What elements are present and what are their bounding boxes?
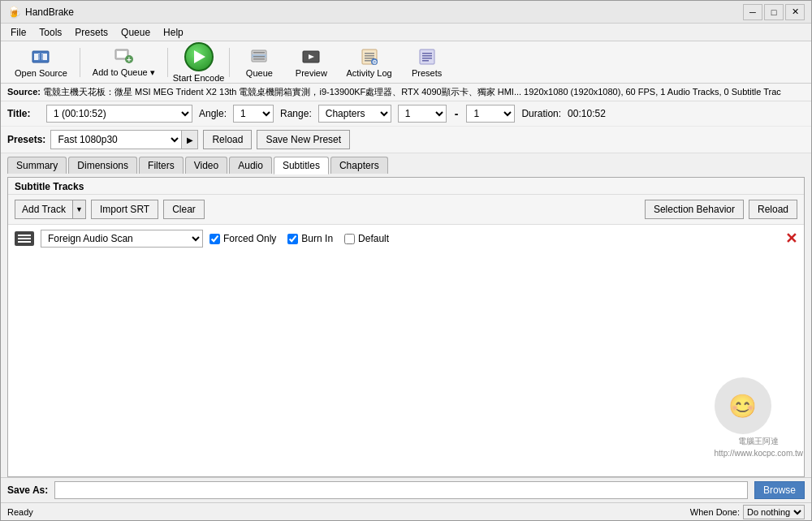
toolbar-separator-1: [80, 48, 80, 77]
tab-subtitles[interactable]: Subtitles: [274, 157, 329, 174]
svg-rect-12: [253, 52, 265, 54]
menu-presets[interactable]: Presets: [68, 25, 114, 40]
presets-label: Presets: [412, 68, 442, 78]
menu-tools[interactable]: Tools: [32, 25, 68, 40]
presets-button[interactable]: Presets: [403, 45, 451, 80]
menu-help[interactable]: Help: [157, 25, 190, 40]
delete-track-button[interactable]: ✕: [785, 231, 797, 246]
tracks-content: Foreign Audio Scan English Spanish Frenc…: [8, 225, 804, 476]
tab-dimensions[interactable]: Dimensions: [68, 157, 137, 174]
import-srt-button[interactable]: Import SRT: [91, 200, 158, 219]
toolbar-separator-2: [167, 48, 168, 77]
menu-file[interactable]: File: [4, 25, 32, 40]
when-done-label: When Done:: [690, 507, 740, 517]
default-label: Default: [358, 233, 389, 244]
browse-button[interactable]: Browse: [754, 481, 805, 499]
svg-rect-28: [422, 60, 429, 62]
svg-rect-13: [253, 56, 265, 58]
status-text: Ready: [7, 507, 33, 517]
play-icon: [194, 50, 205, 63]
presets-select[interactable]: Fast 1080p30: [51, 131, 181, 149]
maximize-button[interactable]: □: [764, 4, 784, 20]
queue-button[interactable]: Queue: [235, 45, 283, 80]
track-source-select[interactable]: Foreign Audio Scan English Spanish Frenc…: [41, 230, 203, 248]
range-type-select[interactable]: Chapters: [318, 105, 391, 123]
tab-audio[interactable]: Audio: [229, 157, 272, 174]
add-track-dropdown-icon[interactable]: ▼: [72, 200, 85, 218]
burn-in-checkbox[interactable]: [287, 234, 298, 244]
selection-behavior-button[interactable]: Selection Behavior: [645, 200, 744, 219]
when-done-select[interactable]: Do nothing: [743, 505, 805, 519]
svg-rect-21: [365, 60, 371, 62]
add-to-queue-icon: +: [114, 46, 133, 66]
source-label: Source:: [7, 87, 41, 97]
close-button[interactable]: ✕: [785, 4, 805, 20]
app-icon: 🍺: [7, 6, 20, 19]
range-dash: -: [455, 107, 459, 120]
svg-text:⚙: ⚙: [372, 59, 377, 65]
range-from-select[interactable]: 1: [398, 105, 447, 123]
source-value: 電競主機天花板：微星 MSI MEG Trident X2 13th 電競桌機開…: [43, 87, 781, 97]
subtitle-tracks-label: Subtitle Tracks: [15, 181, 84, 192]
presets-expand-button[interactable]: ▶: [181, 131, 197, 149]
svg-rect-27: [422, 58, 432, 59]
svg-rect-19: [365, 55, 374, 57]
toolbar: Open Source + Add to Queue ▾ Start Encod…: [1, 41, 811, 84]
open-source-icon: [31, 47, 50, 67]
open-source-button[interactable]: Open Source: [7, 45, 75, 80]
svg-rect-14: [253, 58, 265, 60]
presets-icon: [417, 47, 437, 67]
add-track-button[interactable]: Add Track ▼: [15, 200, 86, 219]
minimize-button[interactable]: ─: [743, 4, 762, 20]
presets-select-container: Fast 1080p30 ▶: [50, 130, 198, 149]
tab-video[interactable]: Video: [185, 157, 227, 174]
save-as-label: Save As:: [7, 484, 48, 496]
svg-text:+: +: [127, 55, 132, 64]
activity-log-icon: ⚙: [360, 47, 379, 67]
title-row: Title: 1 (00:10:52) Angle: 1 Range: Chap…: [1, 101, 811, 127]
preview-button[interactable]: Preview: [287, 45, 335, 80]
content-wrapper: Subtitle Tracks Add Track ▼ Import SRT C…: [1, 174, 811, 502]
content-area: Subtitle Tracks Add Track ▼ Import SRT C…: [1, 174, 811, 477]
preview-icon: [301, 47, 321, 67]
default-checkbox[interactable]: [344, 234, 355, 244]
status-bar: Ready When Done: Do nothing: [1, 502, 811, 520]
start-encode-button[interactable]: [184, 42, 214, 71]
burn-in-checkbox-label[interactable]: Burn In: [287, 233, 333, 244]
tab-chapters[interactable]: Chapters: [330, 157, 388, 174]
angle-select[interactable]: 1: [233, 105, 274, 123]
forced-only-label: Forced Only: [223, 233, 276, 244]
subtitle-toolbar-right: Selection Behavior Reload: [645, 200, 797, 219]
svg-rect-26: [422, 55, 432, 57]
subtitle-reload-button[interactable]: Reload: [749, 200, 797, 219]
range-label: Range:: [280, 108, 312, 119]
range-to-select[interactable]: 1: [466, 105, 515, 123]
window-title: HandBrake: [25, 6, 74, 18]
window-controls: ─ □ ✕: [743, 4, 805, 20]
queue-icon: [249, 47, 269, 67]
add-track-label: Add Track: [15, 200, 72, 218]
forced-only-checkbox[interactable]: [209, 234, 220, 244]
save-new-preset-button[interactable]: Save New Preset: [257, 130, 350, 149]
subtitle-lines-icon: [18, 235, 31, 243]
tab-filters[interactable]: Filters: [139, 157, 184, 174]
clear-button[interactable]: Clear: [163, 200, 205, 219]
menu-queue[interactable]: Queue: [114, 25, 157, 40]
subtitle-panel: Subtitle Tracks Add Track ▼ Import SRT C…: [7, 177, 805, 477]
add-to-queue-button[interactable]: + Add to Queue ▾: [85, 45, 162, 80]
save-as-input[interactable]: [54, 481, 748, 499]
menu-bar: File Tools Presets Queue Help: [1, 24, 811, 41]
tab-summary[interactable]: Summary: [7, 157, 67, 174]
duration-label: Duration:: [521, 108, 561, 119]
default-checkbox-label[interactable]: Default: [344, 233, 389, 244]
svg-rect-7: [117, 51, 127, 58]
presets-row-label: Presets:: [7, 134, 45, 145]
forced-only-checkbox-label[interactable]: Forced Only: [209, 233, 276, 244]
title-select[interactable]: 1 (00:10:52): [46, 105, 192, 123]
activity-log-button[interactable]: ⚙ Activity Log: [339, 45, 399, 80]
reload-preset-button[interactable]: Reload: [203, 130, 252, 149]
source-bar: Source: 電競主機天花板：微星 MSI MEG Trident X2 13…: [1, 84, 811, 101]
track-type-icon: [15, 231, 34, 246]
toolbar-separator-3: [229, 48, 230, 77]
svg-rect-25: [422, 53, 432, 54]
